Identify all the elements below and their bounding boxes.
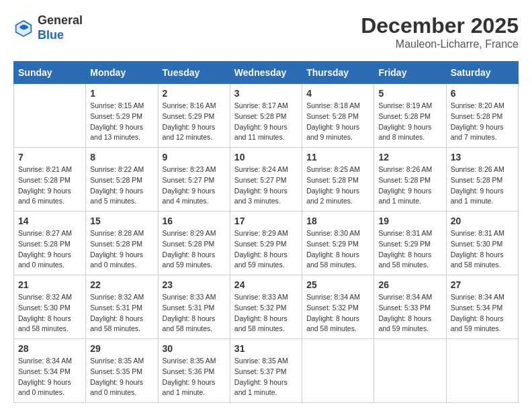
column-header-thursday: Thursday xyxy=(302,62,374,84)
title-block: December 2025 Mauleon-Licharre, France xyxy=(361,13,519,50)
calendar-cell: 6Sunrise: 8:20 AMSunset: 5:28 PMDaylight… xyxy=(446,84,518,148)
calendar-cell: 31Sunrise: 8:35 AMSunset: 5:37 PMDayligh… xyxy=(230,339,302,403)
calendar-cell xyxy=(374,339,446,403)
day-info: Sunrise: 8:32 AMSunset: 5:31 PMDaylight:… xyxy=(90,292,153,334)
column-header-friday: Friday xyxy=(374,62,446,84)
day-info: Sunrise: 8:29 AMSunset: 5:29 PMDaylight:… xyxy=(234,228,298,271)
day-number: 5 xyxy=(378,88,441,99)
day-number: 13 xyxy=(451,152,514,163)
day-number: 31 xyxy=(234,343,298,354)
day-number: 9 xyxy=(163,152,226,163)
day-info: Sunrise: 8:24 AMSunset: 5:27 PMDaylight:… xyxy=(234,165,298,207)
calendar-cell: 27Sunrise: 8:34 AMSunset: 5:34 PMDayligh… xyxy=(446,275,518,339)
logo-text: General Blue xyxy=(38,13,83,42)
calendar-week-3: 14Sunrise: 8:27 AMSunset: 5:28 PMDayligh… xyxy=(14,212,519,275)
day-info: Sunrise: 8:26 AMSunset: 5:28 PMDaylight:… xyxy=(451,165,514,207)
calendar-cell: 9Sunrise: 8:23 AMSunset: 5:27 PMDaylight… xyxy=(158,148,230,212)
calendar-table: SundayMondayTuesdayWednesdayThursdayFrid… xyxy=(13,61,519,403)
day-number: 20 xyxy=(451,216,514,226)
calendar-header-row: SundayMondayTuesdayWednesdayThursdayFrid… xyxy=(14,62,519,84)
calendar-cell: 1Sunrise: 8:15 AMSunset: 5:29 PMDaylight… xyxy=(86,84,158,148)
day-number: 18 xyxy=(306,216,369,226)
calendar-cell: 29Sunrise: 8:35 AMSunset: 5:35 PMDayligh… xyxy=(86,339,158,403)
calendar-cell: 4Sunrise: 8:18 AMSunset: 5:28 PMDaylight… xyxy=(302,84,374,148)
day-info: Sunrise: 8:17 AMSunset: 5:28 PMDaylight:… xyxy=(234,101,298,143)
day-info: Sunrise: 8:33 AMSunset: 5:32 PMDaylight:… xyxy=(234,292,298,334)
page-header: General Blue December 2025 Mauleon-Licha… xyxy=(13,13,519,50)
day-number: 14 xyxy=(18,216,81,226)
calendar-cell: 21Sunrise: 8:32 AMSunset: 5:30 PMDayligh… xyxy=(14,275,86,339)
calendar-cell: 8Sunrise: 8:22 AMSunset: 5:28 PMDaylight… xyxy=(86,148,158,212)
day-number: 22 xyxy=(90,279,153,290)
calendar-cell: 30Sunrise: 8:35 AMSunset: 5:36 PMDayligh… xyxy=(158,339,230,403)
day-number: 21 xyxy=(18,279,81,290)
month-title: December 2025 xyxy=(361,13,519,38)
column-header-saturday: Saturday xyxy=(446,62,518,84)
calendar-cell: 18Sunrise: 8:30 AMSunset: 5:29 PMDayligh… xyxy=(302,212,374,275)
day-number: 12 xyxy=(378,152,441,163)
calendar-cell: 24Sunrise: 8:33 AMSunset: 5:32 PMDayligh… xyxy=(230,275,302,339)
calendar-week-4: 21Sunrise: 8:32 AMSunset: 5:30 PMDayligh… xyxy=(14,275,519,339)
day-number: 2 xyxy=(163,88,226,99)
day-number: 30 xyxy=(163,343,226,354)
calendar-cell: 7Sunrise: 8:21 AMSunset: 5:28 PMDaylight… xyxy=(14,148,86,212)
day-number: 8 xyxy=(90,152,153,163)
location-subtitle: Mauleon-Licharre, France xyxy=(361,38,519,50)
day-number: 28 xyxy=(18,343,81,354)
day-info: Sunrise: 8:34 AMSunset: 5:32 PMDaylight:… xyxy=(306,292,369,334)
day-info: Sunrise: 8:25 AMSunset: 5:28 PMDaylight:… xyxy=(306,165,369,207)
day-number: 15 xyxy=(90,216,153,226)
day-info: Sunrise: 8:30 AMSunset: 5:29 PMDaylight:… xyxy=(306,228,369,271)
calendar-cell xyxy=(446,339,518,403)
calendar-cell: 2Sunrise: 8:16 AMSunset: 5:29 PMDaylight… xyxy=(158,84,230,148)
day-info: Sunrise: 8:21 AMSunset: 5:28 PMDaylight:… xyxy=(18,165,81,207)
calendar-cell: 14Sunrise: 8:27 AMSunset: 5:28 PMDayligh… xyxy=(14,212,86,275)
day-info: Sunrise: 8:29 AMSunset: 5:28 PMDaylight:… xyxy=(163,228,226,271)
day-number: 24 xyxy=(234,279,298,290)
day-number: 29 xyxy=(90,343,153,354)
calendar-cell: 25Sunrise: 8:34 AMSunset: 5:32 PMDayligh… xyxy=(302,275,374,339)
day-info: Sunrise: 8:31 AMSunset: 5:30 PMDaylight:… xyxy=(451,228,514,271)
column-header-sunday: Sunday xyxy=(14,62,86,84)
day-info: Sunrise: 8:23 AMSunset: 5:27 PMDaylight:… xyxy=(163,165,226,207)
day-number: 4 xyxy=(306,88,369,99)
day-info: Sunrise: 8:27 AMSunset: 5:28 PMDaylight:… xyxy=(18,228,81,271)
day-number: 10 xyxy=(234,152,298,163)
day-info: Sunrise: 8:35 AMSunset: 5:35 PMDaylight:… xyxy=(90,356,153,398)
calendar-cell: 5Sunrise: 8:19 AMSunset: 5:28 PMDaylight… xyxy=(374,84,446,148)
day-info: Sunrise: 8:32 AMSunset: 5:30 PMDaylight:… xyxy=(18,292,81,334)
day-number: 6 xyxy=(451,88,514,99)
day-info: Sunrise: 8:20 AMSunset: 5:28 PMDaylight:… xyxy=(451,101,514,143)
day-info: Sunrise: 8:22 AMSunset: 5:28 PMDaylight:… xyxy=(90,165,153,207)
day-info: Sunrise: 8:16 AMSunset: 5:29 PMDaylight:… xyxy=(163,101,226,143)
day-info: Sunrise: 8:34 AMSunset: 5:33 PMDaylight:… xyxy=(378,292,441,334)
day-number: 19 xyxy=(378,216,441,226)
calendar-cell xyxy=(14,84,86,148)
calendar-cell: 28Sunrise: 8:34 AMSunset: 5:34 PMDayligh… xyxy=(14,339,86,403)
day-number: 27 xyxy=(451,279,514,290)
day-info: Sunrise: 8:35 AMSunset: 5:36 PMDaylight:… xyxy=(163,356,226,398)
logo: General Blue xyxy=(13,13,83,42)
column-header-tuesday: Tuesday xyxy=(158,62,230,84)
day-info: Sunrise: 8:15 AMSunset: 5:29 PMDaylight:… xyxy=(90,101,153,143)
day-number: 11 xyxy=(306,152,369,163)
calendar-cell: 22Sunrise: 8:32 AMSunset: 5:31 PMDayligh… xyxy=(86,275,158,339)
calendar-cell xyxy=(302,339,374,403)
day-info: Sunrise: 8:26 AMSunset: 5:28 PMDaylight:… xyxy=(378,165,441,207)
calendar-cell: 26Sunrise: 8:34 AMSunset: 5:33 PMDayligh… xyxy=(374,275,446,339)
day-number: 26 xyxy=(378,279,441,290)
calendar-cell: 11Sunrise: 8:25 AMSunset: 5:28 PMDayligh… xyxy=(302,148,374,212)
calendar-cell: 17Sunrise: 8:29 AMSunset: 5:29 PMDayligh… xyxy=(230,212,302,275)
calendar-week-2: 7Sunrise: 8:21 AMSunset: 5:28 PMDaylight… xyxy=(14,148,519,212)
day-number: 25 xyxy=(306,279,369,290)
calendar-cell: 10Sunrise: 8:24 AMSunset: 5:27 PMDayligh… xyxy=(230,148,302,212)
calendar-cell: 16Sunrise: 8:29 AMSunset: 5:28 PMDayligh… xyxy=(158,212,230,275)
day-number: 17 xyxy=(234,216,298,226)
day-info: Sunrise: 8:18 AMSunset: 5:28 PMDaylight:… xyxy=(306,101,369,143)
day-info: Sunrise: 8:34 AMSunset: 5:34 PMDaylight:… xyxy=(451,292,514,334)
day-info: Sunrise: 8:34 AMSunset: 5:34 PMDaylight:… xyxy=(18,356,81,398)
day-number: 3 xyxy=(234,88,298,99)
calendar-cell: 23Sunrise: 8:33 AMSunset: 5:31 PMDayligh… xyxy=(158,275,230,339)
day-info: Sunrise: 8:33 AMSunset: 5:31 PMDaylight:… xyxy=(163,292,226,334)
logo-icon xyxy=(13,18,34,38)
